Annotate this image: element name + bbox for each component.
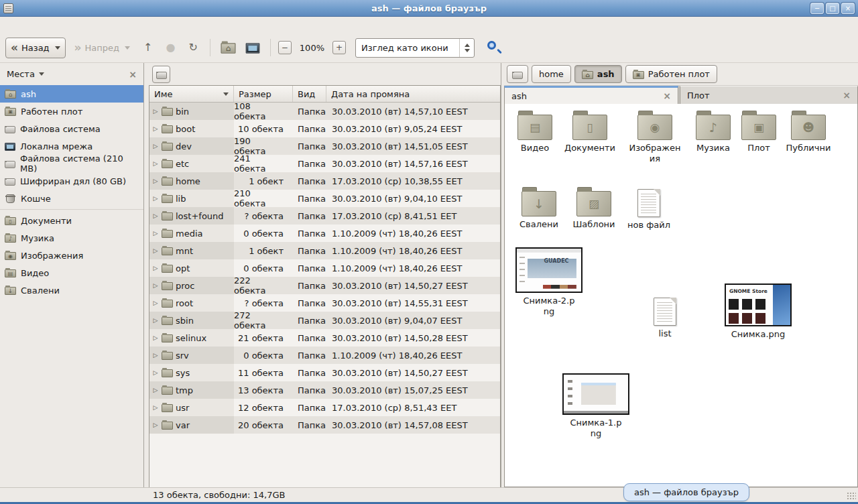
table-row[interactable]: ▷ media 0 обекта Папка 1.10.2009 (чт) 18… bbox=[149, 225, 500, 242]
table-row[interactable]: ▷ boot 10 обекта Папка 30.03.2010 (вт) 9… bbox=[149, 120, 500, 137]
table-row[interactable]: ▷ sbin 272 обекта Папка 30.03.2010 (вт) … bbox=[149, 312, 500, 329]
file-icon-item[interactable]: list bbox=[643, 294, 687, 339]
table-row[interactable]: ▷ bin 108 обекта Папка 30.03.2010 (вт) 1… bbox=[149, 103, 500, 120]
resize-grip[interactable] bbox=[847, 492, 856, 500]
tab-ash[interactable]: ash × bbox=[504, 86, 678, 104]
column-header-size[interactable]: Размер bbox=[234, 86, 293, 102]
forward-button[interactable]: » Напред bbox=[70, 38, 135, 58]
table-row[interactable]: ▷ tmp 13 обекта Папка 30.03.2010 (вт) 15… bbox=[149, 381, 500, 399]
expander-icon[interactable]: ▷ bbox=[152, 317, 159, 324]
expander-icon[interactable]: ▷ bbox=[152, 195, 159, 202]
sidebar-item[interactable]: Шифриран дял (80 GB) bbox=[0, 172, 143, 190]
file-icon-item[interactable]: Снимка-1.png bbox=[558, 373, 633, 438]
stop-button[interactable]: ● bbox=[161, 38, 180, 58]
expander-icon[interactable]: ▷ bbox=[152, 369, 159, 376]
tree-root-button[interactable] bbox=[152, 66, 170, 83]
sidebar-item[interactable]: Файлова система (210 MB) bbox=[0, 155, 143, 172]
sidebar-item[interactable]: Свалени bbox=[0, 281, 143, 299]
table-row[interactable]: ▷ root ? обекта Папка 30.03.2010 (вт) 14… bbox=[149, 294, 500, 312]
close-button[interactable]: × bbox=[841, 3, 855, 14]
back-history-chevron-icon[interactable] bbox=[55, 46, 60, 50]
tab-plot[interactable]: Плот × bbox=[680, 86, 858, 104]
table-row[interactable]: ▷ lost+found ? обекта Папка 17.03.2010 (… bbox=[149, 207, 500, 225]
expander-icon[interactable]: ▷ bbox=[152, 422, 159, 428]
sidebar-item[interactable]: Изображения bbox=[0, 247, 143, 264]
file-icon-item[interactable]: Свалени bbox=[513, 186, 565, 230]
expander-icon[interactable]: ▷ bbox=[152, 352, 159, 359]
table-row[interactable]: ▷ dev 190 обекта Папка 30.03.2010 (вт) 1… bbox=[149, 137, 500, 155]
table-row[interactable]: ▷ etc 241 обекта Папка 30.03.2010 (вт) 1… bbox=[149, 155, 500, 172]
file-icon-item[interactable]: Шаблони bbox=[566, 186, 621, 230]
combo-spinner[interactable] bbox=[459, 39, 474, 57]
table-row[interactable]: ▷ opt 0 обекта Папка 1.10.2009 (чт) 18,4… bbox=[149, 259, 500, 277]
expander-icon[interactable]: ▷ bbox=[152, 178, 159, 184]
expander-icon[interactable]: ▷ bbox=[152, 125, 159, 132]
computer-button[interactable] bbox=[243, 38, 263, 58]
table-row[interactable]: ▷ lib 210 обекта Папка 30.03.2010 (вт) 9… bbox=[149, 190, 500, 207]
sidebar-item[interactable]: Музика bbox=[0, 229, 143, 247]
table-row[interactable]: ▷ var 20 обекта Папка 30.03.2010 (вт) 14… bbox=[149, 416, 500, 434]
sidebar-item[interactable]: ash bbox=[0, 85, 143, 103]
file-icon-item[interactable]: Музика bbox=[688, 109, 738, 153]
sidebar-item[interactable]: Локална мрежа bbox=[0, 137, 143, 155]
table-row[interactable]: ▷ proc 222 обекта Папка 30.03.2010 (вт) … bbox=[149, 277, 500, 294]
expander-icon[interactable]: ▷ bbox=[152, 212, 159, 219]
file-icon-item[interactable]: нов файл bbox=[623, 186, 675, 231]
expander-icon[interactable]: ▷ bbox=[152, 108, 159, 115]
expander-icon[interactable]: ▷ bbox=[152, 143, 159, 149]
column-header-name[interactable]: Име bbox=[149, 86, 234, 102]
table-row[interactable]: ▷ mnt 1 обект Папка 1.10.2009 (чт) 18,40… bbox=[149, 242, 500, 259]
expander-icon[interactable]: ▷ bbox=[152, 404, 159, 411]
sidebar-item[interactable]: Документи bbox=[0, 212, 143, 229]
home-button[interactable] bbox=[218, 38, 239, 58]
sidebar-selector-chevron-icon[interactable] bbox=[39, 72, 44, 76]
icon-view-canvas[interactable]: Видео Документи Изображения Музика Плот bbox=[504, 104, 858, 487]
tab-close-icon[interactable]: × bbox=[843, 90, 851, 101]
table-row[interactable]: ▷ selinux 21 обекта Папка 30.03.2010 (вт… bbox=[149, 329, 500, 346]
pane-splitter[interactable] bbox=[144, 63, 149, 487]
minimize-button[interactable]: ─ bbox=[810, 3, 824, 14]
file-icon-item[interactable]: Видео bbox=[510, 109, 560, 153]
sidebar-close-button[interactable]: × bbox=[129, 69, 137, 80]
sidebar-item[interactable]: Файлова система bbox=[0, 120, 143, 137]
table-row[interactable]: ▷ home 1 обект Папка 17.03.2010 (ср) 10,… bbox=[149, 172, 500, 190]
sidebar-item[interactable]: Работен плот bbox=[0, 103, 143, 120]
up-button[interactable]: ↑ bbox=[139, 38, 157, 58]
sidebar-item[interactable]: Видео bbox=[0, 264, 143, 281]
expander-icon[interactable]: ▷ bbox=[152, 300, 159, 306]
expander-icon[interactable]: ▷ bbox=[152, 387, 159, 393]
column-header-date[interactable]: Дата на промяна bbox=[326, 86, 500, 102]
search-button[interactable] bbox=[485, 39, 503, 56]
taskbar-window-button[interactable]: ash — файлов браузър bbox=[623, 483, 749, 501]
file-icon-item[interactable]: Документи bbox=[560, 109, 620, 153]
sidebar-item[interactable]: Кошче bbox=[0, 190, 143, 207]
expander-icon[interactable]: ▷ bbox=[152, 230, 159, 237]
sidebar-title[interactable]: Места bbox=[7, 69, 35, 79]
pathbar-root-button[interactable] bbox=[507, 65, 528, 83]
file-icon-item[interactable]: Изображения bbox=[624, 109, 686, 164]
titlebar[interactable]: ash — файлов браузър ─ □ × bbox=[0, 0, 858, 17]
zoom-in-button[interactable]: + bbox=[332, 41, 346, 54]
reload-button[interactable]: ↻ bbox=[184, 38, 202, 58]
file-icon-item[interactable]: Публични bbox=[781, 109, 836, 153]
table-row[interactable]: ▷ usr 12 обекта Папка 17.03.2010 (ср) 8,… bbox=[149, 399, 500, 416]
column-header-type[interactable]: Вид bbox=[293, 86, 326, 102]
view-mode-combobox[interactable]: Изглед като икони bbox=[355, 38, 475, 58]
table-row[interactable]: ▷ sys 11 обекта Папка 30.03.2010 (вт) 14… bbox=[149, 364, 500, 381]
pathbar-home-button[interactable]: home bbox=[532, 65, 571, 83]
file-icon-item[interactable]: Плот bbox=[738, 109, 780, 153]
maximize-button[interactable]: □ bbox=[826, 3, 839, 14]
expander-icon[interactable]: ▷ bbox=[152, 247, 159, 254]
expander-icon[interactable]: ▷ bbox=[152, 334, 159, 341]
file-icon-item[interactable]: Снимка-2.png bbox=[513, 247, 585, 316]
zoom-out-button[interactable]: − bbox=[278, 41, 292, 54]
file-icon-item[interactable]: Снимка.png bbox=[721, 284, 796, 340]
expander-icon[interactable]: ▷ bbox=[152, 265, 159, 271]
table-row[interactable]: ▷ srv 0 обекта Папка 1.10.2009 (чт) 18,4… bbox=[149, 346, 500, 364]
expander-icon[interactable]: ▷ bbox=[152, 282, 159, 289]
back-button[interactable]: « Назад bbox=[5, 38, 66, 58]
pathbar-ash-button[interactable]: ash bbox=[574, 65, 622, 83]
tab-close-icon[interactable]: × bbox=[663, 90, 671, 101]
pathbar-desktop-button[interactable]: Работен плот bbox=[625, 65, 717, 83]
expander-icon[interactable]: ▷ bbox=[152, 160, 159, 167]
